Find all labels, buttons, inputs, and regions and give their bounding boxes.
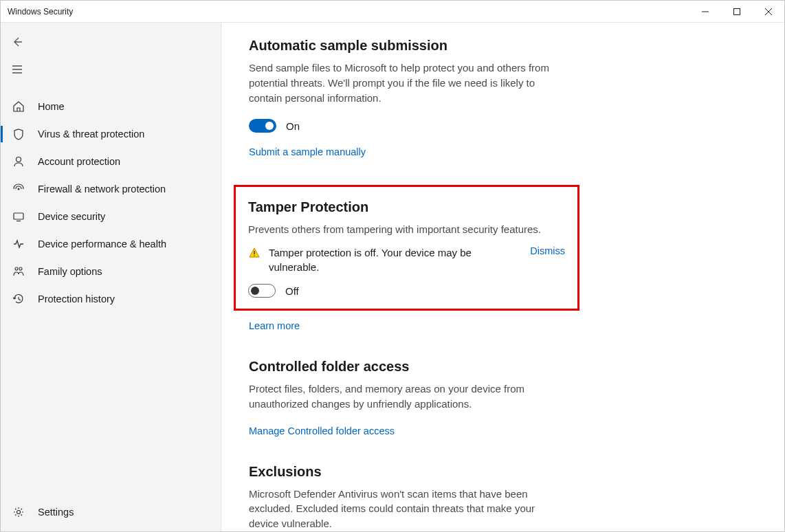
dismiss-link[interactable]: Dismiss bbox=[530, 245, 565, 256]
section-description: Prevents others from tampering with impo… bbox=[248, 222, 565, 237]
sidebar-item-label: Family options bbox=[38, 266, 102, 277]
svg-rect-1 bbox=[734, 8, 740, 14]
section-title: Tamper Protection bbox=[248, 199, 565, 215]
sidebar-item-label: Account protection bbox=[38, 156, 120, 167]
sidebar-item-firewall[interactable]: Firewall & network protection bbox=[1, 175, 221, 203]
sidebar-item-label: Firewall & network protection bbox=[38, 184, 166, 195]
submit-sample-link[interactable]: Submit a sample manually bbox=[249, 146, 366, 157]
sidebar-item-device-performance[interactable]: Device performance & health bbox=[1, 230, 221, 258]
sidebar-item-settings[interactable]: Settings bbox=[1, 498, 221, 526]
highlight-box: Tamper Protection Prevents others from t… bbox=[234, 185, 579, 311]
window-title: Windows Security bbox=[8, 7, 73, 16]
warning-icon bbox=[248, 247, 261, 259]
family-icon bbox=[12, 265, 25, 278]
section-title: Controlled folder access bbox=[249, 359, 743, 375]
shield-icon bbox=[12, 127, 25, 141]
sidebar-item-virus-threat[interactable]: Virus & threat protection bbox=[1, 120, 221, 148]
window: Windows Security Home V bbox=[0, 0, 785, 532]
section-tamper-protection: Tamper Protection Prevents others from t… bbox=[249, 185, 743, 331]
sidebar-item-label: Device security bbox=[38, 211, 105, 222]
auto-submission-toggle[interactable] bbox=[249, 119, 276, 133]
svg-point-11 bbox=[15, 267, 18, 270]
main-content: Automatic sample submission Send sample … bbox=[221, 23, 784, 531]
sidebar-item-label: Device performance & health bbox=[38, 239, 166, 250]
sidebar-item-protection-history[interactable]: Protection history bbox=[1, 285, 221, 313]
device-security-icon bbox=[12, 210, 25, 223]
svg-point-8 bbox=[18, 188, 20, 190]
hamburger-button[interactable] bbox=[1, 56, 221, 83]
section-description: Microsoft Defender Antivirus won't scan … bbox=[249, 487, 558, 531]
tamper-protection-toggle[interactable] bbox=[248, 284, 276, 298]
manage-controlled-folder-link[interactable]: Manage Controlled folder access bbox=[249, 425, 395, 436]
sidebar-item-label: Protection history bbox=[38, 293, 115, 304]
sidebar-item-account[interactable]: Account protection bbox=[1, 148, 221, 175]
close-icon bbox=[765, 8, 772, 15]
network-icon bbox=[12, 182, 25, 196]
warning-row: Tamper protection is off. Your device ma… bbox=[248, 245, 565, 274]
maximize-icon bbox=[733, 8, 740, 15]
minimize-icon bbox=[702, 8, 709, 15]
sidebar-item-label: Settings bbox=[38, 507, 74, 518]
svg-point-7 bbox=[16, 157, 21, 162]
minimize-button[interactable] bbox=[689, 1, 721, 23]
svg-point-13 bbox=[17, 511, 21, 514]
section-title: Exclusions bbox=[249, 464, 743, 480]
sidebar-item-label: Virus & threat protection bbox=[38, 129, 144, 140]
home-icon bbox=[12, 100, 25, 113]
hamburger-icon bbox=[12, 64, 23, 75]
svg-point-12 bbox=[19, 267, 22, 270]
svg-rect-9 bbox=[14, 213, 23, 219]
back-arrow-icon bbox=[12, 36, 23, 47]
gear-icon bbox=[12, 505, 25, 519]
back-button[interactable] bbox=[1, 28, 221, 56]
section-title: Automatic sample submission bbox=[249, 38, 743, 54]
section-description: Protect files, folders, and memory areas… bbox=[249, 381, 558, 412]
sidebar-item-home[interactable]: Home bbox=[1, 93, 221, 120]
section-description: Send sample files to Microsoft to help p… bbox=[249, 60, 558, 105]
svg-point-15 bbox=[254, 255, 255, 256]
account-icon bbox=[12, 155, 25, 168]
section-exclusions: Exclusions Microsoft Defender Antivirus … bbox=[249, 464, 743, 531]
sidebar: Home Virus & threat protection Account p… bbox=[1, 23, 221, 531]
section-auto-submission: Automatic sample submission Send sample … bbox=[249, 38, 743, 157]
sidebar-item-label: Home bbox=[38, 101, 65, 112]
titlebar: Windows Security bbox=[1, 1, 784, 23]
health-icon bbox=[12, 237, 25, 251]
learn-more-link[interactable]: Learn more bbox=[249, 320, 300, 331]
maximize-button[interactable] bbox=[721, 1, 753, 23]
history-icon bbox=[12, 292, 25, 306]
section-controlled-folder: Controlled folder access Protect files, … bbox=[249, 359, 743, 436]
close-button[interactable] bbox=[753, 1, 784, 23]
toggle-label: Off bbox=[285, 285, 299, 297]
warning-text: Tamper protection is off. Your device ma… bbox=[269, 245, 475, 274]
toggle-label: On bbox=[286, 120, 300, 132]
sidebar-item-device-security[interactable]: Device security bbox=[1, 203, 221, 230]
sidebar-item-family[interactable]: Family options bbox=[1, 258, 221, 285]
